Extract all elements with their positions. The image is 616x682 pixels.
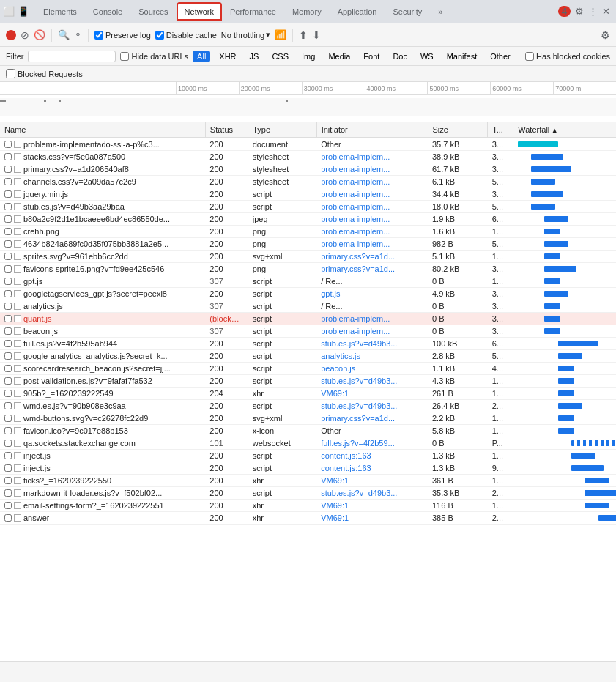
row-initiator[interactable]: problema-implem... bbox=[316, 226, 428, 238]
row-checkbox[interactable] bbox=[4, 502, 12, 509]
col-header-name[interactable]: Name bbox=[0, 122, 205, 138]
table-row[interactable]: answer200xhrVM69:1385 B2... bbox=[0, 512, 616, 525]
table-row[interactable]: crehh.png200pngproblema-implem...1.6 kB1… bbox=[0, 226, 616, 238]
filter-type-media[interactable]: Media bbox=[324, 51, 355, 62]
tab-elements[interactable]: Elements bbox=[35, 2, 85, 21]
row-initiator[interactable]: content.js:163 bbox=[316, 462, 428, 475]
row-name-cell[interactable]: googletagservices_gpt.js?secret=peexl8 bbox=[0, 288, 176, 300]
network-settings-button[interactable]: ⚙ bbox=[601, 29, 610, 41]
row-initiator[interactable]: primary.css?v=a1d... bbox=[316, 412, 428, 425]
row-checkbox[interactable] bbox=[4, 290, 12, 297]
row-checkbox[interactable] bbox=[4, 203, 12, 210]
initiator-link[interactable]: VM69:1 bbox=[321, 514, 349, 522]
row-initiator[interactable]: primary.css?v=a1d... bbox=[316, 251, 428, 263]
row-name-cell[interactable]: quant.js bbox=[0, 313, 176, 325]
row-initiator[interactable]: content.js:163 bbox=[316, 450, 428, 462]
table-row[interactable]: wmd-buttons.svg?v=c26278fc22d9200svg+xml… bbox=[0, 412, 616, 425]
row-checkbox[interactable] bbox=[4, 377, 12, 385]
initiator-link[interactable]: gpt.js bbox=[321, 289, 340, 298]
filter-type-ws[interactable]: WS bbox=[416, 51, 438, 62]
initiator-link[interactable]: VM69:1 bbox=[321, 476, 349, 485]
row-initiator[interactable]: beacon.js bbox=[316, 363, 428, 375]
initiator-link[interactable]: analytics.js bbox=[321, 352, 360, 360]
initiator-link[interactable]: stub.es.js?v=d49b3... bbox=[321, 377, 397, 385]
tab-memory[interactable]: Memory bbox=[284, 2, 330, 21]
row-checkbox[interactable] bbox=[4, 452, 12, 459]
tab-network[interactable]: Network bbox=[177, 2, 222, 21]
initiator-link[interactable]: problema-implem... bbox=[321, 152, 390, 161]
row-checkbox[interactable] bbox=[4, 240, 12, 248]
row-initiator[interactable]: problema-implem... bbox=[316, 325, 428, 338]
filter-type-all[interactable]: All bbox=[193, 51, 210, 62]
col-header-waterfall[interactable]: Waterfall bbox=[513, 122, 616, 138]
filter-type-css[interactable]: CSS bbox=[267, 51, 293, 62]
row-name-cell[interactable]: scorecardresearch_beacon.js?secret=jj... bbox=[0, 363, 176, 374]
filter-type-img[interactable]: Img bbox=[297, 51, 319, 62]
row-initiator[interactable]: problema-implem... bbox=[316, 188, 428, 201]
row-initiator[interactable]: analytics.js bbox=[316, 350, 428, 363]
initiator-link[interactable]: problema-implem... bbox=[321, 314, 390, 323]
initiator-link[interactable]: VM69:1 bbox=[321, 501, 349, 510]
row-name-cell[interactable]: jquery.min.js bbox=[0, 188, 176, 200]
stop-button[interactable]: ⊘ bbox=[21, 29, 29, 41]
row-name-cell[interactable]: post-validation.es.js?v=9fafaf7fa532 bbox=[0, 375, 176, 387]
row-name-cell[interactable]: favicons-sprite16.png?v=fd9ee425c546 bbox=[0, 263, 176, 275]
row-name-cell[interactable]: inject.js bbox=[0, 462, 176, 474]
col-header-initiator[interactable]: Initiator bbox=[316, 122, 428, 138]
table-row[interactable]: gpt.js307script/ Re...0 B1... bbox=[0, 275, 616, 288]
disable-cache-checkbox[interactable] bbox=[155, 31, 164, 40]
row-name-cell[interactable]: wmd.es.js?v=90b908e3c9aa bbox=[0, 400, 176, 412]
tab-sources[interactable]: Sources bbox=[130, 2, 176, 21]
row-checkbox[interactable] bbox=[4, 464, 12, 472]
filter-input[interactable] bbox=[28, 51, 116, 62]
initiator-link[interactable]: problema-implem... bbox=[321, 177, 390, 186]
initiator-link[interactable]: beacon.js bbox=[321, 364, 355, 373]
table-row[interactable]: analytics.js307script/ Re...0 B3... bbox=[0, 300, 616, 313]
row-initiator[interactable]: VM69:1 bbox=[316, 475, 428, 487]
hide-data-urls-checkbox[interactable] bbox=[120, 52, 129, 61]
table-row[interactable]: ticks?_=1620239222550200xhrVM69:1361 B1.… bbox=[0, 475, 616, 487]
filter-type-doc[interactable]: Doc bbox=[388, 51, 412, 62]
row-name-cell[interactable]: wmd-buttons.svg?v=c26278fc22d9 bbox=[0, 412, 176, 424]
table-row[interactable]: primary.css?v=a1d206540af8200stylesheetp… bbox=[0, 163, 616, 176]
row-name-cell[interactable]: primary.css?v=a1d206540af8 bbox=[0, 163, 176, 175]
blocked-requests-checkbox[interactable] bbox=[6, 69, 15, 78]
table-row[interactable]: sprites.svg?v=961ebb6cc2dd200svg+xmlprim… bbox=[0, 251, 616, 263]
row-name-cell[interactable]: b80a2c9f2d1e1bcaeee6bd4ec86550de... bbox=[0, 213, 176, 225]
has-blocked-cookies-label[interactable]: Has blocked cookies bbox=[525, 52, 610, 61]
row-initiator[interactable]: VM69:1 bbox=[316, 512, 428, 525]
row-initiator[interactable]: problema-implem... bbox=[316, 176, 428, 188]
hide-data-urls-label[interactable]: Hide data URLs bbox=[120, 52, 188, 61]
row-name-cell[interactable]: ticks?_=1620239222550 bbox=[0, 475, 176, 486]
table-row[interactable]: qa.sockets.stackexchange.com101websocket… bbox=[0, 437, 616, 450]
row-name-cell[interactable]: analytics.js bbox=[0, 300, 176, 312]
table-row[interactable]: 4634b824a689fc0d35f075bb3881a2e5...200pn… bbox=[0, 238, 616, 251]
import-button[interactable]: ⬆ bbox=[299, 29, 308, 41]
filter-type-xhr[interactable]: XHR bbox=[215, 51, 240, 62]
row-initiator[interactable]: problema-implem... bbox=[316, 238, 428, 251]
clear-button[interactable]: 🚫 bbox=[34, 29, 45, 40]
initiator-link[interactable]: problema-implem... bbox=[321, 190, 390, 199]
tab-more[interactable]: » bbox=[430, 2, 450, 21]
tab-application[interactable]: Application bbox=[330, 2, 385, 21]
settings-icon[interactable]: ⚙ bbox=[575, 6, 584, 17]
row-checkbox[interactable] bbox=[4, 477, 12, 484]
row-checkbox[interactable] bbox=[4, 141, 12, 148]
preserve-log-checkbox[interactable] bbox=[94, 31, 103, 40]
initiator-link[interactable]: content.js:163 bbox=[321, 451, 371, 460]
row-initiator[interactable]: stub.es.js?v=d49b3... bbox=[316, 375, 428, 388]
col-header-type[interactable]: Type bbox=[248, 122, 316, 138]
filter-type-js[interactable]: JS bbox=[245, 51, 264, 62]
initiator-link[interactable]: stub.es.js?v=d49b3... bbox=[321, 489, 397, 497]
initiator-link[interactable]: problema-implem... bbox=[321, 327, 390, 336]
table-row[interactable]: stacks.css?v=f5e0a087a500200stylesheetpr… bbox=[0, 151, 616, 163]
row-checkbox[interactable] bbox=[4, 390, 12, 397]
row-checkbox[interactable] bbox=[4, 228, 12, 235]
blocked-requests-label[interactable]: Blocked Requests bbox=[6, 69, 83, 78]
row-name-cell[interactable]: inject.js bbox=[0, 450, 176, 462]
row-checkbox[interactable] bbox=[4, 327, 12, 335]
table-row[interactable]: beacon.js307scriptproblema-implem...0 B3… bbox=[0, 325, 616, 338]
inspect-icon[interactable]: ⬜ bbox=[3, 6, 15, 17]
table-row[interactable]: post-validation.es.js?v=9fafaf7fa532200s… bbox=[0, 375, 616, 388]
col-header-status[interactable]: Status bbox=[205, 122, 248, 138]
